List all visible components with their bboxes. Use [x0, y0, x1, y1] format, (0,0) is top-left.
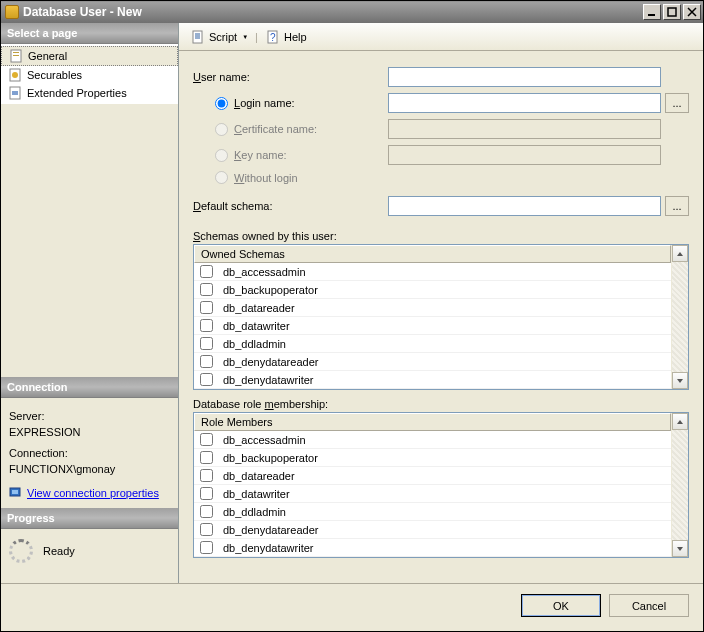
- list-item-checkbox[interactable]: [200, 487, 213, 500]
- list-item[interactable]: db_datawriter: [194, 317, 671, 335]
- list-item-checkbox[interactable]: [200, 469, 213, 482]
- list-item-checkbox[interactable]: [200, 265, 213, 278]
- default-schema-input[interactable]: [388, 196, 661, 216]
- page-securables[interactable]: Securables: [1, 66, 178, 84]
- default-schema-label: Default schema:: [193, 200, 388, 212]
- list-item-label: db_datareader: [223, 470, 295, 482]
- login-name-browse-button[interactable]: ...: [665, 93, 689, 113]
- script-icon: [190, 29, 206, 45]
- page-icon: [8, 48, 24, 64]
- scrollbar[interactable]: [671, 413, 688, 557]
- page-extended-properties[interactable]: Extended Properties: [1, 84, 178, 102]
- list-item[interactable]: db_denydatawriter: [194, 371, 671, 389]
- scrollbar[interactable]: [671, 245, 688, 389]
- server-label: Server:: [9, 408, 170, 425]
- role-members-list[interactable]: Role Members db_accessadmindb_backupoper…: [193, 412, 689, 558]
- list-item-label: db_backupoperator: [223, 284, 318, 296]
- role-members-header: Role Members: [194, 413, 671, 431]
- list-item-label: db_accessadmin: [223, 434, 306, 446]
- connection-header: Connection: [1, 377, 178, 398]
- list-item-checkbox[interactable]: [200, 451, 213, 464]
- app-icon: [5, 5, 19, 19]
- list-item-label: db_ddladmin: [223, 338, 286, 350]
- list-item-label: db_datawriter: [223, 320, 290, 332]
- scroll-up-button[interactable]: [672, 245, 688, 262]
- svg-text:?: ?: [270, 32, 276, 43]
- help-label: Help: [284, 31, 307, 43]
- svg-rect-1: [668, 8, 676, 16]
- user-name-label: User name:: [193, 71, 388, 83]
- list-item[interactable]: db_denydatareader: [194, 521, 671, 539]
- script-label: Script: [209, 31, 237, 43]
- list-item-label: db_datareader: [223, 302, 295, 314]
- without-login-label: Without login: [234, 172, 298, 184]
- list-item-label: db_denydatawriter: [223, 374, 314, 386]
- close-button[interactable]: [683, 4, 701, 20]
- svg-rect-8: [12, 91, 18, 95]
- list-item-checkbox[interactable]: [200, 319, 213, 332]
- list-item-checkbox[interactable]: [200, 541, 213, 554]
- list-item-label: db_ddladmin: [223, 506, 286, 518]
- list-item-label: db_datawriter: [223, 488, 290, 500]
- help-button[interactable]: ? Help: [260, 26, 312, 48]
- certificate-name-input: [388, 119, 661, 139]
- svg-rect-4: [13, 55, 19, 56]
- dropdown-arrow-icon: ▼: [242, 34, 248, 40]
- list-item[interactable]: db_backupoperator: [194, 281, 671, 299]
- without-login-radio: [215, 171, 228, 184]
- sidebar: Select a page General Securables Extende…: [1, 23, 179, 583]
- connection-value: FUNCTIONX\gmonay: [9, 461, 170, 478]
- list-item[interactable]: db_datareader: [194, 467, 671, 485]
- help-icon: ?: [265, 29, 281, 45]
- cancel-button[interactable]: Cancel: [609, 594, 689, 617]
- maximize-button[interactable]: [663, 4, 681, 20]
- progress-status: Ready: [43, 545, 75, 557]
- list-item[interactable]: db_accessadmin: [194, 431, 671, 449]
- list-item[interactable]: db_backupoperator: [194, 449, 671, 467]
- view-connection-properties-link[interactable]: View connection properties: [27, 485, 159, 502]
- progress-spinner-icon: [9, 539, 33, 563]
- list-item-checkbox[interactable]: [200, 355, 213, 368]
- default-schema-browse-button[interactable]: ...: [665, 196, 689, 216]
- list-item-checkbox[interactable]: [200, 523, 213, 536]
- list-item[interactable]: db_accessadmin: [194, 263, 671, 281]
- page-label: General: [28, 50, 67, 62]
- list-item-checkbox[interactable]: [200, 433, 213, 446]
- list-item[interactable]: db_ddladmin: [194, 335, 671, 353]
- list-item-checkbox[interactable]: [200, 301, 213, 314]
- list-item-checkbox[interactable]: [200, 373, 213, 386]
- key-name-input: [388, 145, 661, 165]
- login-name-input[interactable]: [388, 93, 661, 113]
- owned-schemas-list[interactable]: Owned Schemas db_accessadmindb_backupope…: [193, 244, 689, 390]
- ok-button[interactable]: OK: [521, 594, 601, 617]
- scroll-up-button[interactable]: [672, 413, 688, 430]
- list-item-label: db_denydatareader: [223, 356, 318, 368]
- user-name-input[interactable]: [388, 67, 661, 87]
- list-item[interactable]: db_ddladmin: [194, 503, 671, 521]
- list-item[interactable]: db_denydatawriter: [194, 539, 671, 557]
- list-item[interactable]: db_datareader: [194, 299, 671, 317]
- scroll-down-button[interactable]: [672, 372, 688, 389]
- minimize-button[interactable]: [643, 4, 661, 20]
- list-item-checkbox[interactable]: [200, 283, 213, 296]
- select-page-header: Select a page: [1, 23, 178, 44]
- login-name-radio[interactable]: [215, 97, 228, 110]
- list-item[interactable]: db_denydatareader: [194, 353, 671, 371]
- page-icon: [7, 67, 23, 83]
- owned-schemas-label: Schemas owned by this user:: [193, 230, 689, 242]
- list-item-label: db_denydatawriter: [223, 542, 314, 554]
- server-value: EXPRESSION: [9, 424, 170, 441]
- list-item-checkbox[interactable]: [200, 505, 213, 518]
- page-label: Securables: [27, 69, 82, 81]
- svg-point-6: [12, 72, 18, 78]
- owned-schemas-header: Owned Schemas: [194, 245, 671, 263]
- dialog-buttons: OK Cancel: [1, 583, 703, 627]
- scroll-down-button[interactable]: [672, 540, 688, 557]
- page-general[interactable]: General: [1, 46, 178, 66]
- svg-rect-3: [13, 52, 19, 53]
- window-title: Database User - New: [23, 5, 142, 19]
- list-item-checkbox[interactable]: [200, 337, 213, 350]
- certificate-name-radio: [215, 123, 228, 136]
- list-item[interactable]: db_datawriter: [194, 485, 671, 503]
- script-button[interactable]: Script ▼: [185, 26, 253, 48]
